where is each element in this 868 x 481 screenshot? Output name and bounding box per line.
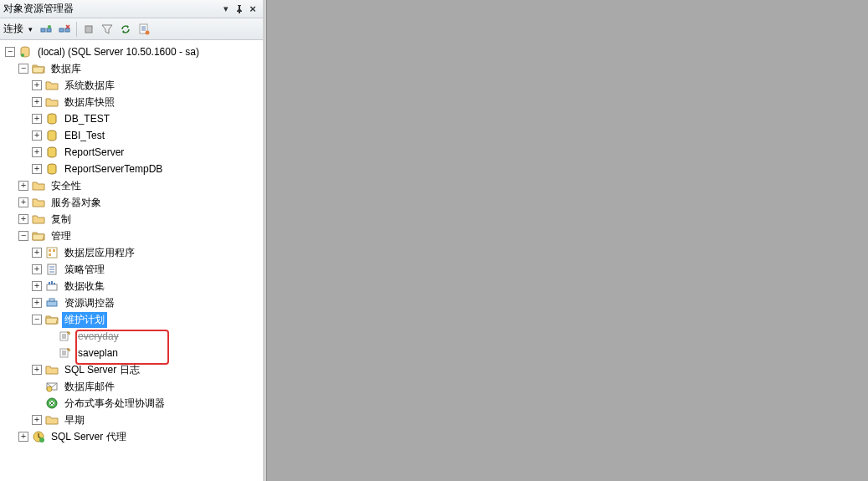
plan-everyday-node[interactable]: everyday bbox=[44, 328, 263, 345]
svg-rect-5 bbox=[85, 26, 92, 33]
databases-label: 数据库 bbox=[49, 61, 84, 77]
collapse-icon[interactable]: − bbox=[18, 64, 28, 74]
app-icon bbox=[45, 246, 59, 259]
expand-icon[interactable]: + bbox=[32, 114, 42, 124]
folder-icon bbox=[45, 413, 59, 427]
collapse-icon[interactable]: − bbox=[18, 231, 28, 241]
security-node[interactable]: +安全性 bbox=[17, 177, 263, 194]
data-collection-node[interactable]: +数据收集 bbox=[30, 278, 263, 294]
svg-rect-21 bbox=[49, 299, 54, 301]
policy-icon bbox=[45, 263, 59, 276]
dropdown-icon[interactable]: ▾ bbox=[219, 3, 233, 16]
svg-rect-3 bbox=[59, 28, 64, 32]
refresh-button[interactable] bbox=[117, 21, 134, 38]
folder-icon bbox=[32, 212, 45, 226]
svg-rect-4 bbox=[65, 28, 69, 32]
expand-icon[interactable]: + bbox=[32, 415, 42, 425]
expand-icon[interactable]: + bbox=[18, 214, 28, 224]
agent-node[interactable]: +SQL Server 代理 bbox=[17, 428, 263, 445]
folder-open-icon bbox=[45, 313, 59, 326]
svg-rect-20 bbox=[47, 301, 57, 306]
collapse-icon[interactable]: − bbox=[5, 47, 15, 57]
replication-node[interactable]: +复制 bbox=[17, 211, 263, 228]
folder-open-icon bbox=[32, 62, 45, 75]
toolbar-separator bbox=[76, 22, 77, 37]
legacy-node[interactable]: +早期 bbox=[30, 412, 263, 428]
connect-label[interactable]: 连接 bbox=[3, 22, 23, 36]
expand-icon[interactable]: + bbox=[32, 147, 42, 157]
svg-point-7 bbox=[146, 30, 150, 34]
resource-gov-node[interactable]: +资源调控器 bbox=[30, 294, 263, 311]
svg-rect-1 bbox=[47, 28, 51, 32]
sql-logs-node[interactable]: +SQL Server 日志 bbox=[30, 361, 263, 378]
maintenance-plans-label: 维护计划 bbox=[62, 312, 107, 328]
management-node[interactable]: − 管理 bbox=[17, 228, 263, 244]
toolbar: 连接 ▾ bbox=[0, 18, 263, 40]
expand-icon[interactable]: + bbox=[32, 130, 42, 141]
server-objects-node[interactable]: +服务器对象 bbox=[17, 194, 263, 211]
svg-point-9 bbox=[21, 54, 24, 57]
databases-node[interactable]: − 数据库 bbox=[17, 60, 263, 77]
maintenance-plans-node[interactable]: − 维护计划 bbox=[30, 311, 263, 328]
data-tier-node[interactable]: +数据层应用程序 bbox=[30, 244, 263, 261]
report-server-temp-node[interactable]: +ReportServerTempDB bbox=[30, 161, 263, 177]
expand-icon[interactable]: + bbox=[32, 97, 42, 107]
svg-rect-15 bbox=[49, 249, 51, 252]
report-server-node[interactable]: +ReportServer bbox=[30, 144, 263, 161]
svg-point-2 bbox=[48, 25, 51, 28]
expand-icon[interactable]: + bbox=[32, 248, 42, 258]
dtc-node[interactable]: 分布式事务处理协调器 bbox=[30, 395, 263, 412]
folder-icon bbox=[45, 363, 59, 376]
server-node[interactable]: − (local) (SQL Server 10.50.1600 - sa) bbox=[3, 43, 263, 60]
expand-icon[interactable]: + bbox=[32, 264, 42, 274]
db-test-node[interactable]: +DB_TEST bbox=[30, 110, 263, 127]
main-content-area bbox=[266, 0, 868, 481]
agent-icon bbox=[32, 430, 45, 443]
plan-icon bbox=[59, 330, 72, 343]
expand-icon[interactable]: + bbox=[32, 80, 42, 90]
expand-icon[interactable]: + bbox=[32, 298, 42, 308]
expand-icon[interactable]: + bbox=[32, 164, 42, 174]
expand-icon[interactable]: + bbox=[32, 365, 42, 375]
svg-rect-0 bbox=[41, 28, 45, 32]
resource-icon bbox=[45, 296, 59, 310]
svg-rect-17 bbox=[49, 253, 51, 256]
policy-node[interactable]: +策略管理 bbox=[30, 261, 263, 278]
system-databases-node[interactable]: +系统数据库 bbox=[30, 77, 263, 94]
svg-rect-16 bbox=[53, 249, 55, 252]
database-icon bbox=[45, 129, 59, 142]
expand-icon[interactable]: + bbox=[18, 197, 28, 207]
server-label: (local) (SQL Server 10.50.1600 - sa) bbox=[35, 45, 202, 59]
db-mail-node[interactable]: 数据库邮件 bbox=[30, 378, 263, 395]
filter-button[interactable] bbox=[99, 21, 116, 38]
object-explorer-panel: 对象资源管理器 ▾ × 连接 ▾ bbox=[0, 0, 266, 481]
disconnect-button[interactable] bbox=[56, 21, 73, 38]
pin-icon[interactable] bbox=[233, 3, 246, 16]
ebi-test-node[interactable]: +EBI_Test bbox=[30, 127, 263, 144]
collection-icon bbox=[45, 279, 59, 293]
folder-icon bbox=[45, 79, 59, 92]
panel-header: 对象资源管理器 ▾ × bbox=[0, 0, 263, 18]
folder-open-icon bbox=[32, 229, 45, 243]
tree-view: − (local) (SQL Server 10.50.1600 - sa) −… bbox=[0, 40, 263, 481]
expand-icon[interactable]: + bbox=[18, 181, 28, 191]
collapse-icon[interactable]: − bbox=[32, 315, 42, 325]
report-button[interactable] bbox=[136, 21, 152, 38]
connect-dropdown-icon[interactable]: ▾ bbox=[28, 25, 33, 33]
svg-point-29 bbox=[39, 438, 44, 443]
mail-icon bbox=[45, 380, 59, 393]
folder-icon bbox=[32, 179, 45, 192]
folder-icon bbox=[45, 95, 59, 109]
server-icon bbox=[18, 45, 32, 59]
database-icon bbox=[45, 162, 59, 176]
plan-saveplan-node[interactable]: saveplan bbox=[44, 345, 263, 361]
panel-title: 对象资源管理器 bbox=[3, 2, 219, 16]
stop-button[interactable] bbox=[80, 21, 97, 38]
connect-button[interactable] bbox=[38, 21, 54, 38]
close-icon[interactable]: × bbox=[246, 3, 259, 16]
svg-rect-19 bbox=[47, 284, 57, 290]
snapshot-node[interactable]: +数据库快照 bbox=[30, 94, 263, 110]
expand-icon[interactable]: + bbox=[32, 281, 42, 291]
expand-icon[interactable]: + bbox=[18, 432, 28, 442]
database-icon bbox=[45, 146, 59, 159]
